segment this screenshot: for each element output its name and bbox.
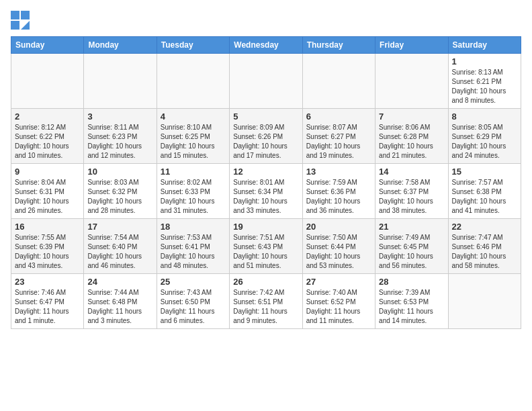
calendar-week-3: 9Sunrise: 8:04 AM Sunset: 6:31 PM Daylig… bbox=[11, 164, 521, 219]
day-info: Sunrise: 7:53 AM Sunset: 6:41 PM Dayligh… bbox=[161, 233, 226, 271]
day-info: Sunrise: 8:13 AM Sunset: 6:21 PM Dayligh… bbox=[452, 68, 517, 105]
page-header bbox=[11, 11, 521, 30]
calendar-cell: 1Sunrise: 8:13 AM Sunset: 6:21 PM Daylig… bbox=[448, 54, 521, 109]
calendar-cell: 11Sunrise: 8:02 AM Sunset: 6:33 PM Dayli… bbox=[157, 164, 229, 219]
calendar-cell: 28Sunrise: 7:39 AM Sunset: 6:53 PM Dayli… bbox=[375, 274, 448, 329]
day-number: 26 bbox=[233, 277, 298, 287]
day-number: 17 bbox=[87, 222, 152, 232]
day-number: 11 bbox=[161, 167, 226, 177]
day-info: Sunrise: 8:10 AM Sunset: 6:25 PM Dayligh… bbox=[161, 123, 226, 161]
day-number: 18 bbox=[161, 222, 226, 232]
day-number: 9 bbox=[15, 167, 80, 177]
day-info: Sunrise: 8:06 AM Sunset: 6:28 PM Dayligh… bbox=[379, 123, 444, 161]
day-number: 10 bbox=[87, 167, 152, 177]
day-info: Sunrise: 7:54 AM Sunset: 6:40 PM Dayligh… bbox=[87, 233, 152, 271]
calendar-table: SundayMondayTuesdayWednesdayThursdayFrid… bbox=[11, 36, 521, 329]
calendar-week-2: 2Sunrise: 8:12 AM Sunset: 6:22 PM Daylig… bbox=[11, 109, 521, 164]
day-info: Sunrise: 7:42 AM Sunset: 6:51 PM Dayligh… bbox=[233, 288, 298, 326]
day-info: Sunrise: 7:51 AM Sunset: 6:43 PM Dayligh… bbox=[233, 233, 298, 271]
calendar-cell: 3Sunrise: 8:11 AM Sunset: 6:23 PM Daylig… bbox=[84, 109, 157, 164]
day-info: Sunrise: 8:05 AM Sunset: 6:29 PM Dayligh… bbox=[452, 123, 517, 161]
weekday-header-row: SundayMondayTuesdayWednesdayThursdayFrid… bbox=[11, 37, 521, 54]
svg-marker-3 bbox=[21, 21, 30, 30]
day-info: Sunrise: 8:04 AM Sunset: 6:31 PM Dayligh… bbox=[15, 178, 80, 216]
day-number: 21 bbox=[379, 222, 444, 232]
day-number: 23 bbox=[15, 277, 80, 287]
day-info: Sunrise: 7:43 AM Sunset: 6:50 PM Dayligh… bbox=[161, 288, 226, 326]
day-number: 25 bbox=[161, 277, 226, 287]
weekday-header-wednesday: Wednesday bbox=[230, 37, 302, 54]
calendar-cell: 16Sunrise: 7:55 AM Sunset: 6:39 PM Dayli… bbox=[11, 219, 84, 274]
calendar-cell: 12Sunrise: 8:01 AM Sunset: 6:34 PM Dayli… bbox=[230, 164, 302, 219]
calendar-cell bbox=[230, 54, 302, 109]
calendar-cell: 10Sunrise: 8:03 AM Sunset: 6:32 PM Dayli… bbox=[84, 164, 157, 219]
day-info: Sunrise: 8:07 AM Sunset: 6:27 PM Dayligh… bbox=[306, 123, 371, 161]
calendar-cell bbox=[84, 54, 157, 109]
day-info: Sunrise: 7:59 AM Sunset: 6:36 PM Dayligh… bbox=[306, 178, 371, 216]
day-number: 6 bbox=[306, 111, 371, 122]
svg-rect-1 bbox=[21, 11, 30, 19]
calendar-cell: 4Sunrise: 8:10 AM Sunset: 6:25 PM Daylig… bbox=[157, 109, 229, 164]
day-number: 3 bbox=[87, 111, 152, 122]
day-number: 4 bbox=[161, 111, 226, 122]
day-number: 22 bbox=[452, 222, 517, 232]
calendar-cell: 5Sunrise: 8:09 AM Sunset: 6:26 PM Daylig… bbox=[230, 109, 302, 164]
day-number: 15 bbox=[452, 167, 517, 177]
calendar-cell: 24Sunrise: 7:44 AM Sunset: 6:48 PM Dayli… bbox=[84, 274, 157, 329]
weekday-header-tuesday: Tuesday bbox=[157, 37, 229, 54]
day-info: Sunrise: 7:58 AM Sunset: 6:37 PM Dayligh… bbox=[379, 178, 444, 216]
calendar-cell: 19Sunrise: 7:51 AM Sunset: 6:43 PM Dayli… bbox=[230, 219, 302, 274]
calendar-week-4: 16Sunrise: 7:55 AM Sunset: 6:39 PM Dayli… bbox=[11, 219, 521, 274]
calendar-cell: 20Sunrise: 7:50 AM Sunset: 6:44 PM Dayli… bbox=[302, 219, 375, 274]
day-info: Sunrise: 7:47 AM Sunset: 6:46 PM Dayligh… bbox=[452, 233, 517, 271]
calendar-cell: 6Sunrise: 8:07 AM Sunset: 6:27 PM Daylig… bbox=[302, 109, 375, 164]
calendar-cell bbox=[11, 54, 84, 109]
calendar-cell: 8Sunrise: 8:05 AM Sunset: 6:29 PM Daylig… bbox=[448, 109, 521, 164]
day-number: 27 bbox=[306, 277, 371, 287]
day-info: Sunrise: 7:39 AM Sunset: 6:53 PM Dayligh… bbox=[379, 288, 444, 326]
calendar-cell bbox=[375, 54, 448, 109]
weekday-header-thursday: Thursday bbox=[302, 37, 375, 54]
calendar-cell: 15Sunrise: 7:57 AM Sunset: 6:38 PM Dayli… bbox=[448, 164, 521, 219]
day-number: 14 bbox=[379, 167, 444, 177]
calendar-cell bbox=[302, 54, 375, 109]
weekday-header-monday: Monday bbox=[84, 37, 157, 54]
day-number: 1 bbox=[452, 56, 517, 66]
day-info: Sunrise: 7:46 AM Sunset: 6:47 PM Dayligh… bbox=[15, 288, 80, 326]
svg-rect-2 bbox=[11, 21, 19, 30]
calendar-cell: 22Sunrise: 7:47 AM Sunset: 6:46 PM Dayli… bbox=[448, 219, 521, 274]
day-info: Sunrise: 7:49 AM Sunset: 6:45 PM Dayligh… bbox=[379, 233, 444, 271]
day-number: 8 bbox=[452, 111, 517, 122]
weekday-header-sunday: Sunday bbox=[11, 37, 84, 54]
calendar-cell bbox=[448, 274, 521, 329]
calendar-cell: 2Sunrise: 8:12 AM Sunset: 6:22 PM Daylig… bbox=[11, 109, 84, 164]
weekday-header-saturday: Saturday bbox=[448, 37, 521, 54]
calendar-cell: 13Sunrise: 7:59 AM Sunset: 6:36 PM Dayli… bbox=[302, 164, 375, 219]
day-info: Sunrise: 8:01 AM Sunset: 6:34 PM Dayligh… bbox=[233, 178, 298, 216]
day-info: Sunrise: 8:09 AM Sunset: 6:26 PM Dayligh… bbox=[233, 123, 298, 161]
calendar-cell: 9Sunrise: 8:04 AM Sunset: 6:31 PM Daylig… bbox=[11, 164, 84, 219]
calendar-cell: 25Sunrise: 7:43 AM Sunset: 6:50 PM Dayli… bbox=[157, 274, 229, 329]
day-number: 16 bbox=[15, 222, 80, 232]
day-info: Sunrise: 8:03 AM Sunset: 6:32 PM Dayligh… bbox=[87, 178, 152, 216]
calendar-cell: 26Sunrise: 7:42 AM Sunset: 6:51 PM Dayli… bbox=[230, 274, 302, 329]
calendar-cell bbox=[157, 54, 229, 109]
calendar-cell: 18Sunrise: 7:53 AM Sunset: 6:41 PM Dayli… bbox=[157, 219, 229, 274]
day-info: Sunrise: 7:50 AM Sunset: 6:44 PM Dayligh… bbox=[306, 233, 371, 271]
day-number: 28 bbox=[379, 277, 444, 287]
weekday-header-friday: Friday bbox=[375, 37, 448, 54]
calendar-cell: 17Sunrise: 7:54 AM Sunset: 6:40 PM Dayli… bbox=[84, 219, 157, 274]
day-info: Sunrise: 7:40 AM Sunset: 6:52 PM Dayligh… bbox=[306, 288, 371, 326]
day-info: Sunrise: 7:44 AM Sunset: 6:48 PM Dayligh… bbox=[87, 288, 152, 326]
day-info: Sunrise: 8:11 AM Sunset: 6:23 PM Dayligh… bbox=[87, 123, 152, 161]
svg-rect-0 bbox=[11, 11, 19, 19]
logo bbox=[11, 11, 31, 30]
day-info: Sunrise: 7:57 AM Sunset: 6:38 PM Dayligh… bbox=[452, 178, 517, 216]
calendar-cell: 23Sunrise: 7:46 AM Sunset: 6:47 PM Dayli… bbox=[11, 274, 84, 329]
day-info: Sunrise: 8:02 AM Sunset: 6:33 PM Dayligh… bbox=[161, 178, 226, 216]
calendar-week-1: 1Sunrise: 8:13 AM Sunset: 6:21 PM Daylig… bbox=[11, 54, 521, 109]
day-info: Sunrise: 7:55 AM Sunset: 6:39 PM Dayligh… bbox=[15, 233, 80, 271]
day-info: Sunrise: 8:12 AM Sunset: 6:22 PM Dayligh… bbox=[15, 123, 80, 161]
day-number: 20 bbox=[306, 222, 371, 232]
day-number: 12 bbox=[233, 167, 298, 177]
